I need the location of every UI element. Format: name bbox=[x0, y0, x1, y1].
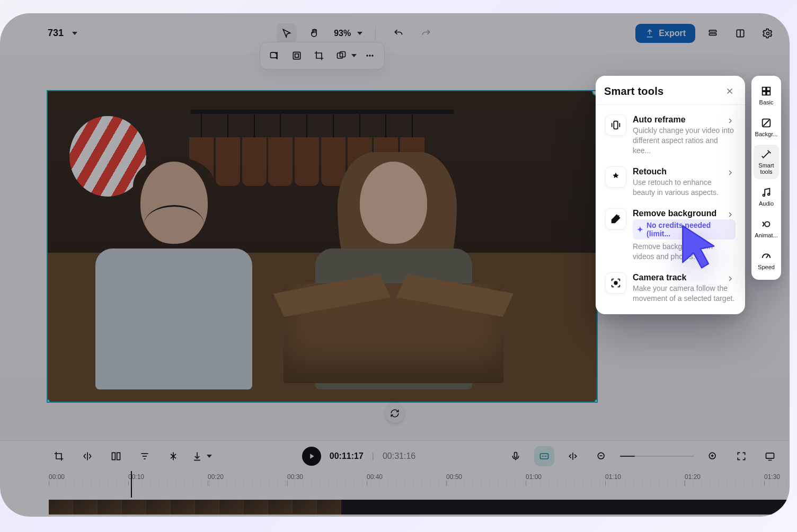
video-frame[interactable] bbox=[47, 90, 598, 403]
tool-desc: Use retouch to enhance beauty in various… bbox=[633, 178, 736, 198]
tool-name: Retouch bbox=[633, 166, 736, 176]
flip-button[interactable] bbox=[77, 446, 98, 466]
tool-remove-background[interactable]: Remove background ✦ No credits needed (l… bbox=[604, 203, 737, 267]
credits-text: No credits needed (limit... bbox=[647, 221, 731, 238]
aspect-ratio-button[interactable] bbox=[332, 47, 357, 65]
playhead[interactable] bbox=[131, 471, 132, 498]
ruler-tick: 00:50 bbox=[446, 471, 462, 498]
split-layout-button[interactable] bbox=[106, 446, 126, 466]
split-clip-button[interactable] bbox=[163, 446, 183, 466]
svg-point-3 bbox=[767, 32, 769, 34]
zoom-slider[interactable] bbox=[620, 456, 694, 457]
time-current: 00:11:17 bbox=[330, 451, 364, 461]
svg-point-9 bbox=[366, 55, 368, 56]
clip-track[interactable] bbox=[0, 498, 790, 517]
cursor-tool-button[interactable] bbox=[277, 23, 297, 43]
close-button[interactable] bbox=[723, 84, 737, 98]
svg-point-28 bbox=[765, 222, 769, 227]
credits-badge: ✦ No credits needed (limit... bbox=[633, 219, 736, 240]
svg-rect-1 bbox=[709, 33, 716, 35]
chevron-down-icon[interactable] bbox=[72, 32, 77, 35]
redo-button[interactable] bbox=[416, 23, 436, 43]
ruler-tick: 00:30 bbox=[287, 471, 303, 498]
top-toolbar: 731 93% Export bbox=[0, 13, 790, 53]
sidebar-item-background[interactable]: Backgr... bbox=[754, 113, 779, 141]
captions-button[interactable] bbox=[534, 446, 554, 466]
zoom-level[interactable]: 93% bbox=[334, 29, 362, 38]
settings-button[interactable] bbox=[758, 23, 778, 43]
reset-transform-button[interactable] bbox=[385, 404, 404, 423]
fit-frame-button[interactable] bbox=[288, 47, 306, 65]
time-total: 00:31:16 bbox=[383, 451, 415, 461]
chevron-down-icon bbox=[357, 32, 362, 35]
app-window: 731 93% Export bbox=[0, 13, 790, 517]
chevron-down-icon bbox=[351, 54, 357, 57]
svg-rect-23 bbox=[763, 92, 766, 95]
svg-point-27 bbox=[768, 193, 770, 196]
sidebar-item-animation[interactable]: Animat... bbox=[754, 214, 779, 243]
motion-icon bbox=[760, 218, 772, 230]
smart-tools-panel: Smart tools Auto reframe Quickly change … bbox=[596, 76, 745, 314]
hand-tool-button[interactable] bbox=[304, 23, 324, 43]
diagonal-icon bbox=[760, 117, 772, 129]
ruler-tick: 01:10 bbox=[605, 471, 621, 498]
sidebar-item-audio[interactable]: Audio bbox=[754, 182, 779, 211]
sidebar-item-speed[interactable]: Speed bbox=[754, 246, 779, 274]
sidebar-label: Audio bbox=[755, 200, 778, 207]
svg-rect-13 bbox=[117, 453, 120, 459]
svg-rect-15 bbox=[540, 454, 548, 459]
layout-split-button[interactable] bbox=[730, 23, 750, 43]
present-button[interactable] bbox=[760, 446, 780, 466]
retouch-icon bbox=[605, 166, 626, 188]
ruler-tick: 00:00 bbox=[49, 471, 65, 498]
chevron-right-icon bbox=[726, 117, 734, 125]
svg-point-10 bbox=[369, 55, 370, 56]
music-icon bbox=[760, 187, 772, 198]
ruler-tick: 01:20 bbox=[685, 471, 701, 498]
timeline-controls: 00:11:17 | 00:31:16 bbox=[0, 440, 790, 471]
sparkle-icon: ✦ bbox=[637, 225, 643, 234]
timeline-ruler[interactable]: 00:0000:1000:2000:3000:4000:5001:0001:10… bbox=[0, 471, 790, 498]
sidebar-label: Backgr... bbox=[755, 131, 778, 137]
grid-icon bbox=[760, 85, 772, 97]
replace-media-button[interactable] bbox=[265, 47, 284, 65]
play-button[interactable] bbox=[302, 447, 321, 466]
undo-button[interactable] bbox=[388, 23, 409, 43]
tool-camera-track[interactable]: Camera track Make your camera follow the… bbox=[604, 267, 737, 309]
ruler-tick-label: 00:50 bbox=[446, 473, 462, 481]
svg-point-20 bbox=[614, 281, 617, 285]
video-preview bbox=[48, 91, 597, 402]
sidebar-item-basic[interactable]: Basic bbox=[754, 81, 779, 110]
svg-rect-12 bbox=[112, 453, 116, 459]
sidebar-label: Smart tools bbox=[755, 163, 778, 175]
mic-button[interactable] bbox=[506, 446, 526, 466]
zoom-out-button[interactable] bbox=[591, 446, 612, 466]
video-clip[interactable] bbox=[49, 500, 790, 515]
tool-auto-reframe[interactable]: Auto reframe Quickly change your video i… bbox=[604, 109, 737, 161]
export-label: Export bbox=[659, 29, 686, 38]
ruler-tick-label: 01:00 bbox=[526, 473, 542, 481]
split-view-button[interactable] bbox=[563, 446, 583, 466]
crop-timeline-button[interactable] bbox=[49, 446, 69, 466]
tool-desc: Remove backgrounds in videos and photos. bbox=[633, 242, 736, 262]
export-button[interactable]: Export bbox=[635, 24, 695, 43]
sidebar-item-smart-tools[interactable]: Smart tools bbox=[754, 145, 779, 179]
chevron-right-icon bbox=[726, 210, 734, 219]
crop-button[interactable] bbox=[310, 47, 328, 65]
svg-rect-0 bbox=[709, 30, 716, 32]
fit-screen-button[interactable] bbox=[731, 446, 751, 466]
tool-desc: Make your camera follow the movement of … bbox=[633, 283, 736, 304]
svg-rect-24 bbox=[767, 92, 770, 95]
download-button[interactable] bbox=[192, 446, 212, 466]
filter-button[interactable] bbox=[135, 446, 155, 466]
auto-reframe-icon bbox=[605, 114, 626, 136]
zoom-in-button[interactable] bbox=[703, 446, 723, 466]
ruler-tick: 00:20 bbox=[208, 471, 224, 498]
svg-rect-22 bbox=[767, 87, 770, 91]
remove-bg-icon bbox=[605, 208, 626, 229]
layout-stack-button[interactable] bbox=[703, 23, 723, 43]
more-button[interactable] bbox=[361, 47, 379, 65]
ruler-tick-label: 00:20 bbox=[208, 473, 224, 481]
ruler-tick: 01:00 bbox=[526, 471, 542, 498]
tool-retouch[interactable]: Retouch Use retouch to enhance beauty in… bbox=[604, 161, 737, 203]
